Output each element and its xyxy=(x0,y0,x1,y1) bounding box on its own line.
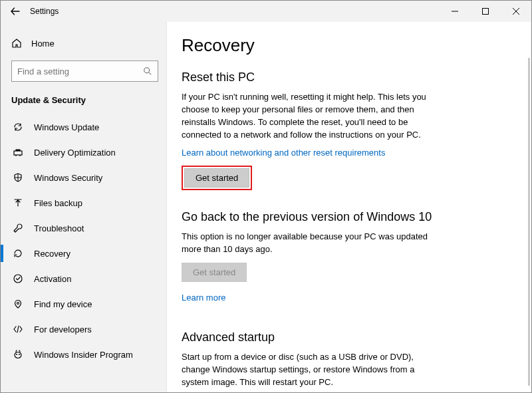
scrollbar[interactable] xyxy=(528,58,530,386)
delivery-icon xyxy=(13,147,23,158)
shield-icon xyxy=(13,172,23,183)
goback-get-started-button: Get started xyxy=(182,263,247,282)
sidebar-item-recovery[interactable]: Recovery xyxy=(1,241,166,266)
svg-point-4 xyxy=(17,303,19,305)
window-controls xyxy=(440,1,531,22)
reset-learn-link[interactable]: Learn about networking and other reset r… xyxy=(182,148,385,158)
maximize-button[interactable] xyxy=(470,1,501,22)
nav-label: Recovery xyxy=(34,249,70,259)
close-button[interactable] xyxy=(501,1,531,22)
section-reset-this-pc: Reset this PC If your PC isn't running w… xyxy=(182,70,509,190)
svg-point-6 xyxy=(16,354,17,355)
goback-heading: Go back to the previous version of Windo… xyxy=(182,210,509,224)
arrow-left-icon xyxy=(10,6,21,17)
content-area: Home Update & Security Windows Update De… xyxy=(1,22,531,392)
main-panel: Recovery Reset this PC If your PC isn't … xyxy=(167,22,531,392)
sidebar-item-windows-security[interactable]: Windows Security xyxy=(1,165,166,190)
svg-point-3 xyxy=(14,275,22,283)
recovery-icon xyxy=(13,248,23,259)
back-button[interactable] xyxy=(1,1,30,22)
sidebar-item-troubleshoot[interactable]: Troubleshoot xyxy=(1,215,166,241)
nav-label: Files backup xyxy=(34,198,82,208)
goback-body: This option is no longer available becau… xyxy=(182,231,441,256)
section-advanced-startup: Advanced startup Start up from a device … xyxy=(182,330,509,392)
advanced-heading: Advanced startup xyxy=(182,330,509,344)
reset-body: If your PC isn't running well, resetting… xyxy=(182,91,441,141)
insider-icon xyxy=(13,349,23,360)
sidebar-item-find-my-device[interactable]: Find my device xyxy=(1,291,166,317)
section-go-back: Go back to the previous version of Windo… xyxy=(182,210,509,311)
advanced-body: Start up from a device or disc (such as … xyxy=(182,351,441,389)
titlebar: Settings xyxy=(1,1,531,22)
close-icon xyxy=(513,8,519,15)
nav-label: Delivery Optimization xyxy=(34,148,116,158)
sidebar-item-windows-insider[interactable]: Windows Insider Program xyxy=(1,342,166,367)
highlight-box: Get started xyxy=(182,166,252,190)
sidebar-item-home[interactable]: Home xyxy=(1,33,166,54)
window-title: Settings xyxy=(30,7,59,16)
sidebar-item-files-backup[interactable]: Files backup xyxy=(1,190,166,215)
reset-get-started-button[interactable]: Get started xyxy=(184,168,249,188)
svg-rect-0 xyxy=(483,9,489,15)
check-circle-icon xyxy=(13,273,23,284)
svg-rect-2 xyxy=(14,151,22,155)
svg-point-5 xyxy=(15,352,21,358)
minimize-icon xyxy=(452,8,458,15)
nav-label: Activation xyxy=(34,274,71,284)
search-icon xyxy=(143,66,152,76)
minimize-button[interactable] xyxy=(440,1,470,22)
sidebar: Home Update & Security Windows Update De… xyxy=(1,22,167,392)
page-title: Recovery xyxy=(182,35,509,56)
sidebar-item-windows-update[interactable]: Windows Update xyxy=(1,114,166,140)
home-icon xyxy=(11,38,22,49)
svg-point-7 xyxy=(19,354,20,355)
nav-label: Find my device xyxy=(34,299,92,309)
wrench-icon xyxy=(13,223,23,233)
sidebar-category: Update & Security xyxy=(1,88,166,114)
search-box[interactable] xyxy=(11,61,158,82)
sync-icon xyxy=(13,122,23,132)
maximize-icon xyxy=(482,8,489,15)
backup-icon xyxy=(13,197,23,208)
location-icon xyxy=(13,299,23,309)
nav-label: Windows Update xyxy=(34,122,99,132)
nav-label: Windows Insider Program xyxy=(34,350,133,360)
svg-point-1 xyxy=(144,68,150,73)
sidebar-item-delivery-optimization[interactable]: Delivery Optimization xyxy=(1,140,166,165)
goback-learn-more-link[interactable]: Learn more xyxy=(182,293,225,303)
sidebar-item-activation[interactable]: Activation xyxy=(1,266,166,291)
nav-label: Troubleshoot xyxy=(34,223,84,233)
home-label: Home xyxy=(31,39,55,49)
nav-label: Windows Security xyxy=(34,173,102,183)
code-icon xyxy=(13,324,23,334)
sidebar-item-for-developers[interactable]: For developers xyxy=(1,317,166,342)
reset-heading: Reset this PC xyxy=(182,70,509,84)
nav-label: For developers xyxy=(34,325,92,334)
search-input[interactable] xyxy=(17,66,143,76)
